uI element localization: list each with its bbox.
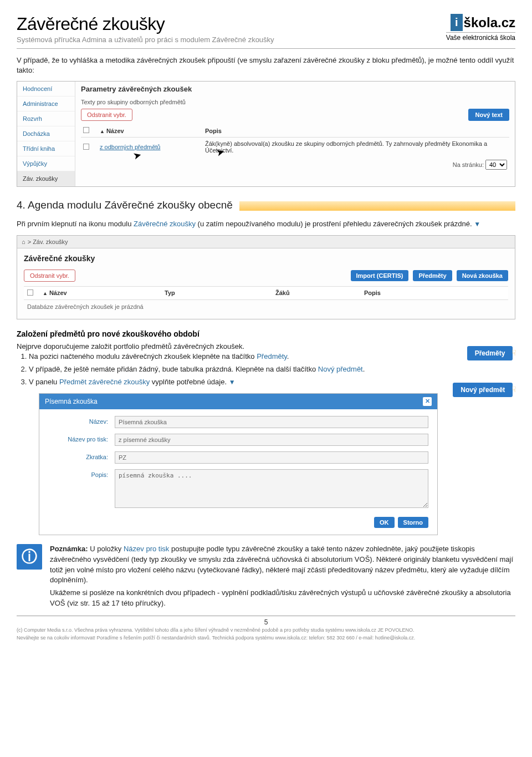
col-name-header[interactable]: Název — [106, 128, 124, 134]
label-abbr: Zkratka: — [48, 451, 115, 460]
select-all-checkbox[interactable] — [83, 127, 89, 133]
hand-cursor-icon: ☟ — [511, 385, 516, 394]
section-sublabel: Texty pro skupiny odborných předmětů — [81, 99, 509, 105]
sort-asc-icon[interactable]: ▲ — [100, 129, 105, 134]
col-desc-header: Popis — [205, 128, 507, 134]
sidebar-item-tridni-kniha[interactable]: Třídní kniha — [17, 141, 75, 156]
new-exam-button[interactable]: Nová zkouška — [457, 270, 508, 281]
step-3: V panelu Předmět závěrečné zkoušky vyplň… — [29, 377, 515, 388]
row-checkbox[interactable] — [83, 144, 89, 150]
empty-table-message: Databáze závěrečných zkoušek je prázdná — [24, 300, 508, 313]
down-arrow-icon: ▼ — [474, 220, 480, 228]
cancel-button[interactable]: Storno — [398, 517, 428, 528]
col-name[interactable]: Název — [49, 289, 67, 296]
close-icon[interactable]: ✕ — [423, 397, 432, 406]
sidebar-item-vypujcky[interactable]: Výpůjčky — [17, 156, 75, 171]
link-inline: Závěrečné zkoušky — [134, 220, 196, 228]
col-type: Typ — [165, 289, 275, 297]
footer-support: Neváhejte se na cokoliv informovat! Pora… — [17, 635, 515, 642]
intro-paragraph: V případě, že to vyhláška a metodika záv… — [17, 55, 515, 75]
down-arrow-icon: ▼ — [229, 378, 236, 386]
float-subjects-button-wrap: Předměty ☟ — [467, 346, 516, 360]
page-subtitle: Systémová příručka Admina a uživatelů pr… — [17, 35, 274, 44]
block-heading: Založení předmětů pro nové zkouškového o… — [17, 329, 515, 338]
sidebar-item-hodnoceni[interactable]: Hodnocení — [17, 82, 75, 96]
footer-copyright: (c) Computer Media s.r.o. Všechna práva … — [17, 627, 515, 634]
row-desc-text: Žák(kyně) absolvoval(a) zkoušku ze skupi… — [205, 140, 487, 154]
sidebar-item-dochazka[interactable]: Docházka — [17, 126, 75, 141]
chapter-heading: 4. Agenda modulu Závěrečné zkoušky obecn… — [17, 199, 515, 211]
float-new-subject-button-wrap: Nový předmět ☟ — [453, 383, 516, 397]
info-paragraph-2: Ukážeme si posléze na konkrétních dvou p… — [50, 588, 515, 609]
row-name-link[interactable]: z odborných předmětů — [100, 144, 160, 150]
pager-label: Na stránku: — [453, 161, 484, 168]
col-students: Žáků — [275, 289, 364, 297]
chapter-title: Agenda modulu Závěrečné zkoušky obecně — [28, 199, 233, 211]
instructions-block: Předměty ☟ Nový předmět ☟ Založení předm… — [17, 329, 515, 388]
info-note: ⓘ Poznámka: U položky Název pro tisk pos… — [17, 544, 515, 609]
label-desc: Popis: — [48, 469, 115, 478]
panel2-title: Závěrečné zkoušky — [24, 254, 508, 263]
info-icon: ⓘ — [17, 544, 42, 570]
chapter-number: 4. — [17, 199, 25, 211]
logo: i škola.cz Vaše elektronická škola — [446, 14, 515, 42]
breadcrumb: ⌂> Záv. zkoušky — [17, 236, 515, 248]
label-name: Název: — [48, 416, 115, 425]
new-subject-button[interactable]: Nový předmět — [453, 383, 513, 397]
textarea-desc[interactable]: písemná zkouška .... — [115, 469, 428, 508]
input-name[interactable] — [115, 416, 428, 428]
table2-header: ▲Název Typ Žáků Popis — [24, 286, 508, 300]
select-all-checkbox[interactable] — [27, 289, 33, 296]
home-icon[interactable]: ⌂ — [22, 238, 25, 245]
sidebar-item-administrace[interactable]: Administrace — [17, 96, 75, 111]
logo-i-icon: i — [451, 14, 463, 31]
logo-tagline: Vaše elektronická škola — [446, 32, 515, 42]
modal-title: Písemná zkouška — [45, 398, 98, 405]
chapter-paragraph: Při prvním klepnutí na ikonu modulu Závě… — [17, 219, 515, 229]
sidebar-item-zav-zkousky[interactable]: Záv. zkoušky — [17, 171, 75, 186]
page-number: 5 — [17, 616, 515, 626]
pager-select[interactable]: 40 — [485, 160, 507, 170]
step-1: Na pozici načteného modulu závěrečných z… — [29, 352, 515, 362]
hand-cursor-icon: ☟ — [511, 348, 516, 357]
sidebar-item-rozvrh[interactable]: Rozvrh — [17, 111, 75, 126]
ok-button[interactable]: OK — [374, 517, 395, 528]
section-title: Parametry závěrečných zkoušek — [81, 85, 509, 93]
logo-text: škola.cz — [464, 15, 515, 31]
remove-selected-button[interactable]: Odstranit vybr. — [24, 270, 75, 282]
pager: Na stránku: 40 — [81, 156, 509, 171]
divider — [17, 48, 515, 49]
sort-asc-icon[interactable]: ▲ — [43, 291, 48, 296]
label-print-name: Název pro tisk: — [48, 434, 115, 443]
sidebar-nav: Hodnocení Administrace Rozvrh Docházka T… — [17, 82, 75, 186]
col-desc: Popis — [364, 289, 505, 297]
import-certis-button[interactable]: Import (CERTIS) — [351, 270, 409, 281]
block-intro: Nejprve doporučujeme založit portfolio p… — [17, 342, 515, 352]
modal-dialog: Písemná zkouška ✕ Název: Název pro tisk:… — [39, 393, 438, 535]
table-row: z odborných předmětů ➤ Žák(kyně) absolvo… — [81, 138, 509, 156]
input-print-name[interactable] — [115, 434, 428, 446]
table-header: ▲Název Popis — [81, 124, 509, 138]
new-text-button[interactable]: Nový text — [468, 109, 509, 121]
info-paragraph-1: Poznámka: U položky Název pro tisk postu… — [50, 544, 515, 586]
page-title: Závěrečné zkoušky — [17, 14, 274, 34]
remove-selected-button[interactable]: Odstranit vybr. — [81, 109, 132, 121]
subjects-button[interactable]: Předměty — [413, 270, 452, 281]
step-2: V případě, že ještě nemáte přidán žádný,… — [29, 364, 515, 375]
screenshot-parametry: Hodnocení Administrace Rozvrh Docházka T… — [17, 81, 515, 187]
screenshot-zav-zkousky-empty: ⌂> Záv. zkoušky Závěrečné zkoušky Odstra… — [17, 235, 515, 319]
subjects-button[interactable]: Předměty — [467, 346, 513, 360]
input-abbr[interactable] — [115, 451, 428, 464]
